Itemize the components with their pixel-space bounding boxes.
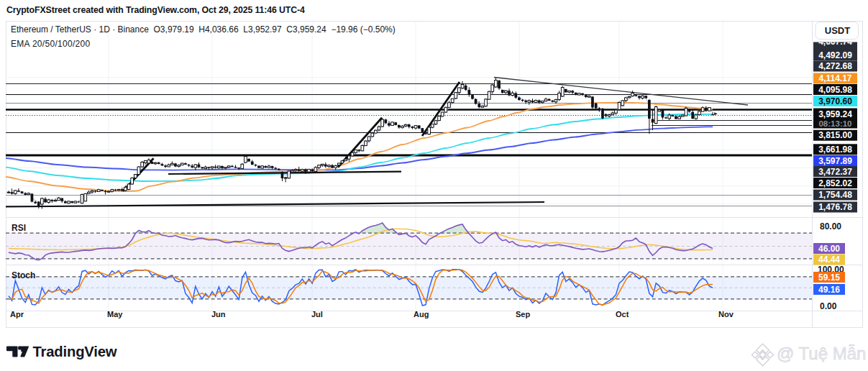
svg-text:08:13:10: 08:13:10: [818, 119, 851, 128]
svg-text:4,272.68: 4,272.68: [818, 61, 852, 71]
svg-text:3,970.60: 3,970.60: [818, 96, 852, 106]
svg-text:EMA 20/50/100/200: EMA 20/50/100/200: [11, 39, 91, 49]
svg-text:Stoch: Stoch: [12, 270, 35, 280]
svg-text:Jun: Jun: [211, 310, 226, 319]
svg-text:Aug: Aug: [414, 310, 429, 319]
svg-text:USDT: USDT: [825, 25, 850, 36]
svg-text:RSI: RSI: [12, 223, 26, 233]
svg-text:3,815.00: 3,815.00: [818, 130, 852, 140]
svg-text:Jul: Jul: [311, 310, 323, 319]
svg-text:TradingView: TradingView: [33, 344, 117, 359]
svg-text:46.00: 46.00: [818, 244, 840, 254]
svg-text:Sep: Sep: [516, 310, 530, 319]
svg-text:59.15: 59.15: [818, 272, 840, 283]
svg-text:Apr: Apr: [10, 310, 24, 319]
svg-text:3,959.24: 3,959.24: [818, 109, 852, 119]
svg-text:3,472.37: 3,472.37: [818, 167, 852, 177]
svg-text:3,661.98: 3,661.98: [818, 145, 852, 155]
svg-text:Ethereum / TetherUS · 1D · Bin: Ethereum / TetherUS · 1D · Binance O3,97…: [11, 24, 396, 35]
svg-text:@ Tuệ Mẫn: @ Tuệ Mẫn: [777, 344, 866, 363]
svg-text:1,476.78: 1,476.78: [818, 202, 852, 212]
svg-text:3,597.89: 3,597.89: [818, 156, 852, 166]
svg-text:0.00: 0.00: [820, 301, 837, 311]
svg-text:May: May: [107, 310, 123, 319]
svg-text:44.44: 44.44: [818, 255, 840, 265]
svg-text:Nov: Nov: [718, 310, 734, 319]
svg-text:4,114.17: 4,114.17: [818, 73, 851, 83]
svg-text:49.16: 49.16: [818, 285, 840, 295]
svg-text:80.00: 80.00: [820, 221, 841, 232]
svg-text:CryptoFXStreet created with Tr: CryptoFXStreet created with TradingView.…: [6, 5, 305, 15]
svg-text:Oct: Oct: [616, 310, 629, 319]
svg-text:4,095.98: 4,095.98: [818, 85, 852, 95]
svg-text:4,492.09: 4,492.09: [818, 50, 852, 60]
svg-text:1,754.48: 1,754.48: [818, 190, 852, 200]
svg-text:2,852.02: 2,852.02: [818, 178, 852, 188]
